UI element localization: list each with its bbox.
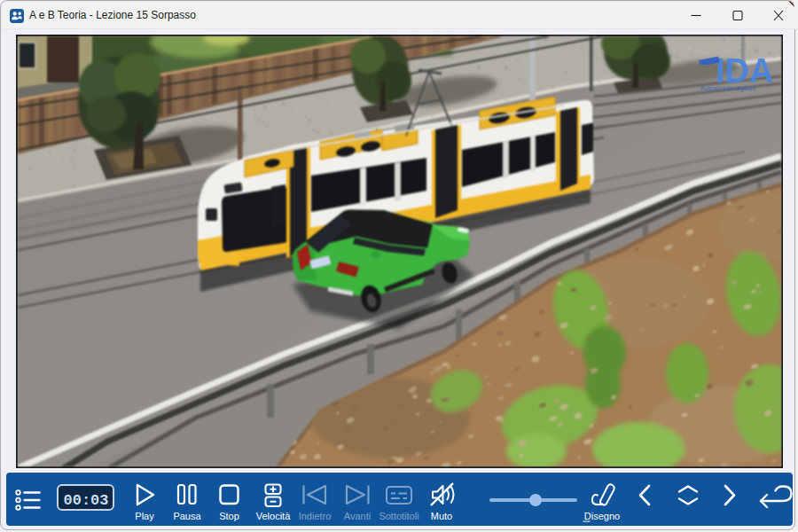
- svg-text:Autoscuola digitale: Autoscuola digitale: [700, 84, 756, 92]
- svg-text:Disegno: Disegno: [584, 511, 620, 521]
- svg-text:Velocità: Velocità: [256, 511, 291, 521]
- svg-text:Sottotitoli: Sottotitoli: [379, 511, 419, 521]
- svg-text:Muto: Muto: [431, 511, 452, 521]
- svg-text:Stop: Stop: [219, 511, 239, 521]
- svg-text:Pausa: Pausa: [173, 511, 201, 521]
- svg-text:Play: Play: [135, 511, 154, 521]
- svg-text:Indietro: Indietro: [299, 511, 332, 521]
- svg-text:Avanti: Avanti: [344, 511, 371, 521]
- svg-text:00:03: 00:03: [63, 492, 108, 509]
